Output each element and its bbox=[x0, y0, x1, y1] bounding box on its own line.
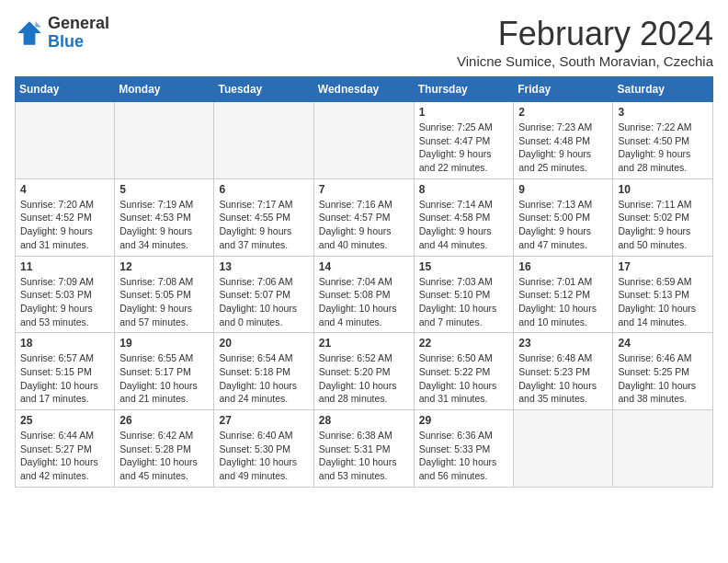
day-number: 26 bbox=[119, 414, 209, 427]
location-subtitle: Vinicne Sumice, South Moravian, Czechia bbox=[457, 53, 713, 69]
weekday-thursday: Thursday bbox=[414, 77, 514, 102]
weekday-tuesday: Tuesday bbox=[214, 77, 313, 102]
calendar-cell: 18Sunrise: 6:57 AM Sunset: 5:15 PM Dayli… bbox=[16, 333, 115, 410]
day-number: 20 bbox=[219, 337, 308, 350]
day-info: Sunrise: 7:25 AM Sunset: 4:47 PM Dayligh… bbox=[419, 121, 509, 175]
day-info: Sunrise: 7:09 AM Sunset: 5:03 PM Dayligh… bbox=[20, 275, 109, 329]
day-info: Sunrise: 6:44 AM Sunset: 5:27 PM Dayligh… bbox=[20, 429, 109, 483]
calendar-cell: 20Sunrise: 6:54 AM Sunset: 5:18 PM Dayli… bbox=[214, 333, 313, 410]
calendar-cell: 17Sunrise: 6:59 AM Sunset: 5:13 PM Dayli… bbox=[613, 256, 713, 333]
day-number: 22 bbox=[419, 337, 509, 350]
calendar-cell: 27Sunrise: 6:40 AM Sunset: 5:30 PM Dayli… bbox=[214, 410, 313, 488]
logo-icon bbox=[15, 18, 44, 48]
calendar-cell: 14Sunrise: 7:04 AM Sunset: 5:08 PM Dayli… bbox=[313, 256, 414, 333]
calendar-table: SundayMondayTuesdayWednesdayThursdayFrid… bbox=[15, 76, 713, 488]
day-number: 16 bbox=[518, 260, 608, 273]
day-info: Sunrise: 7:11 AM Sunset: 5:02 PM Dayligh… bbox=[618, 198, 708, 252]
day-number: 24 bbox=[618, 337, 708, 350]
weekday-wednesday: Wednesday bbox=[313, 77, 414, 102]
day-info: Sunrise: 7:20 AM Sunset: 4:52 PM Dayligh… bbox=[20, 198, 109, 252]
day-info: Sunrise: 6:55 AM Sunset: 5:17 PM Dayligh… bbox=[119, 351, 209, 406]
weekday-header-row: SundayMondayTuesdayWednesdayThursdayFrid… bbox=[16, 77, 713, 102]
day-number: 21 bbox=[319, 337, 409, 350]
day-number: 1 bbox=[419, 106, 509, 119]
calendar-cell: 9Sunrise: 7:13 AM Sunset: 5:00 PM Daylig… bbox=[514, 178, 613, 256]
calendar-cell: 29Sunrise: 6:36 AM Sunset: 5:33 PM Dayli… bbox=[414, 410, 514, 488]
svg-marker-1 bbox=[35, 21, 40, 27]
calendar-cell: 3Sunrise: 7:22 AM Sunset: 4:50 PM Daylig… bbox=[613, 102, 713, 179]
day-number: 17 bbox=[618, 260, 708, 273]
day-info: Sunrise: 6:46 AM Sunset: 5:25 PM Dayligh… bbox=[618, 351, 708, 406]
calendar-cell: 22Sunrise: 6:50 AM Sunset: 5:22 PM Dayli… bbox=[414, 333, 514, 410]
calendar-cell: 15Sunrise: 7:03 AM Sunset: 5:10 PM Dayli… bbox=[414, 256, 514, 333]
day-info: Sunrise: 7:23 AM Sunset: 4:48 PM Dayligh… bbox=[518, 121, 608, 175]
calendar-cell: 13Sunrise: 7:06 AM Sunset: 5:07 PM Dayli… bbox=[214, 256, 313, 333]
day-info: Sunrise: 7:03 AM Sunset: 5:10 PM Dayligh… bbox=[419, 275, 509, 329]
calendar-cell: 21Sunrise: 6:52 AM Sunset: 5:20 PM Dayli… bbox=[313, 333, 414, 410]
header: General Blue February 2024 Vinicne Sumic… bbox=[15, 15, 713, 69]
day-info: Sunrise: 6:54 AM Sunset: 5:18 PM Dayligh… bbox=[219, 351, 308, 406]
day-number: 5 bbox=[119, 183, 209, 196]
day-info: Sunrise: 7:14 AM Sunset: 4:58 PM Dayligh… bbox=[419, 198, 509, 252]
calendar-cell bbox=[514, 410, 613, 488]
day-number: 6 bbox=[219, 183, 308, 196]
day-number: 7 bbox=[319, 183, 409, 196]
day-number: 10 bbox=[618, 183, 708, 196]
calendar-cell: 8Sunrise: 7:14 AM Sunset: 4:58 PM Daylig… bbox=[414, 178, 514, 256]
day-number: 8 bbox=[419, 183, 509, 196]
day-number: 23 bbox=[518, 337, 608, 350]
calendar-cell: 26Sunrise: 6:42 AM Sunset: 5:28 PM Dayli… bbox=[115, 410, 214, 488]
day-number: 18 bbox=[20, 337, 109, 350]
weekday-sunday: Sunday bbox=[16, 77, 115, 102]
day-number: 12 bbox=[119, 260, 209, 273]
title-section: February 2024 Vinicne Sumice, South Mora… bbox=[457, 15, 713, 69]
day-info: Sunrise: 7:16 AM Sunset: 4:57 PM Dayligh… bbox=[319, 198, 409, 252]
day-info: Sunrise: 7:17 AM Sunset: 4:55 PM Dayligh… bbox=[219, 198, 308, 252]
day-info: Sunrise: 6:52 AM Sunset: 5:20 PM Dayligh… bbox=[319, 351, 409, 406]
calendar-cell: 25Sunrise: 6:44 AM Sunset: 5:27 PM Dayli… bbox=[16, 410, 115, 488]
day-info: Sunrise: 7:04 AM Sunset: 5:08 PM Dayligh… bbox=[319, 275, 409, 329]
calendar-cell: 11Sunrise: 7:09 AM Sunset: 5:03 PM Dayli… bbox=[16, 256, 115, 333]
calendar-cell bbox=[115, 102, 214, 179]
day-number: 25 bbox=[20, 414, 109, 427]
day-number: 3 bbox=[618, 106, 708, 119]
day-number: 13 bbox=[219, 260, 308, 273]
day-info: Sunrise: 6:59 AM Sunset: 5:13 PM Dayligh… bbox=[618, 275, 708, 329]
day-info: Sunrise: 7:22 AM Sunset: 4:50 PM Dayligh… bbox=[618, 121, 708, 175]
day-info: Sunrise: 6:38 AM Sunset: 5:31 PM Dayligh… bbox=[319, 429, 409, 483]
calendar-week-row: 11Sunrise: 7:09 AM Sunset: 5:03 PM Dayli… bbox=[16, 256, 713, 333]
calendar-week-row: 18Sunrise: 6:57 AM Sunset: 5:15 PM Dayli… bbox=[16, 333, 713, 410]
day-number: 27 bbox=[219, 414, 308, 427]
day-number: 2 bbox=[518, 106, 608, 119]
calendar-cell: 7Sunrise: 7:16 AM Sunset: 4:57 PM Daylig… bbox=[313, 178, 414, 256]
day-number: 9 bbox=[518, 183, 608, 196]
day-info: Sunrise: 6:42 AM Sunset: 5:28 PM Dayligh… bbox=[119, 429, 209, 483]
calendar-cell bbox=[16, 102, 115, 179]
calendar-cell: 5Sunrise: 7:19 AM Sunset: 4:53 PM Daylig… bbox=[115, 178, 214, 256]
day-number: 15 bbox=[419, 260, 509, 273]
day-number: 14 bbox=[319, 260, 409, 273]
calendar-cell: 2Sunrise: 7:23 AM Sunset: 4:48 PM Daylig… bbox=[514, 102, 613, 179]
calendar-cell: 24Sunrise: 6:46 AM Sunset: 5:25 PM Dayli… bbox=[613, 333, 713, 410]
calendar-cell: 28Sunrise: 6:38 AM Sunset: 5:31 PM Dayli… bbox=[313, 410, 414, 488]
day-info: Sunrise: 6:36 AM Sunset: 5:33 PM Dayligh… bbox=[419, 429, 509, 483]
calendar-cell: 1Sunrise: 7:25 AM Sunset: 4:47 PM Daylig… bbox=[414, 102, 514, 179]
calendar-cell: 19Sunrise: 6:55 AM Sunset: 5:17 PM Dayli… bbox=[115, 333, 214, 410]
calendar-cell bbox=[313, 102, 414, 179]
calendar-cell bbox=[613, 410, 713, 488]
day-info: Sunrise: 7:08 AM Sunset: 5:05 PM Dayligh… bbox=[119, 275, 209, 329]
day-info: Sunrise: 7:01 AM Sunset: 5:12 PM Dayligh… bbox=[518, 275, 608, 329]
day-number: 4 bbox=[20, 183, 109, 196]
day-number: 28 bbox=[319, 414, 409, 427]
day-info: Sunrise: 7:06 AM Sunset: 5:07 PM Dayligh… bbox=[219, 275, 308, 329]
calendar-cell: 4Sunrise: 7:20 AM Sunset: 4:52 PM Daylig… bbox=[16, 178, 115, 256]
calendar-cell: 16Sunrise: 7:01 AM Sunset: 5:12 PM Dayli… bbox=[514, 256, 613, 333]
logo-text: General Blue bbox=[48, 15, 109, 52]
month-title: February 2024 bbox=[457, 15, 713, 53]
calendar-cell: 12Sunrise: 7:08 AM Sunset: 5:05 PM Dayli… bbox=[115, 256, 214, 333]
calendar-cell: 23Sunrise: 6:48 AM Sunset: 5:23 PM Dayli… bbox=[514, 333, 613, 410]
weekday-saturday: Saturday bbox=[613, 77, 713, 102]
day-number: 11 bbox=[20, 260, 109, 273]
weekday-monday: Monday bbox=[115, 77, 214, 102]
calendar-cell: 10Sunrise: 7:11 AM Sunset: 5:02 PM Dayli… bbox=[613, 178, 713, 256]
